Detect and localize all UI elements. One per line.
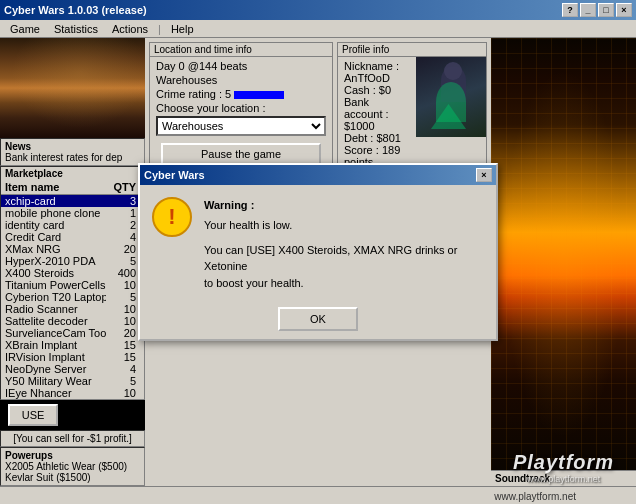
health-low-msg: Your health is low. (204, 217, 484, 234)
dialog-content: ! Warning : Your health is low. You can … (140, 185, 496, 300)
dialog-title: Cyber Wars (144, 169, 205, 181)
dialog-text: Warning : Your health is low. You can [U… (204, 197, 484, 292)
dialog-close-button[interactable]: × (476, 168, 492, 182)
dialog-buttons: OK (140, 299, 496, 339)
dialog-box: Cyber Wars × ! Warning : Your health is … (138, 163, 498, 342)
dialog-title-bar: Cyber Wars × (140, 165, 496, 185)
warning-label: Warning : (204, 197, 484, 214)
dialog-overlay: Cyber Wars × ! Warning : Your health is … (0, 0, 636, 504)
warning-icon: ! (152, 197, 192, 237)
dialog-ok-button[interactable]: OK (278, 307, 358, 331)
use-msg-line1: You can [USE] X400 Steroids, XMAX NRG dr… (204, 242, 484, 275)
use-msg-line2: to boost your health. (204, 275, 484, 292)
